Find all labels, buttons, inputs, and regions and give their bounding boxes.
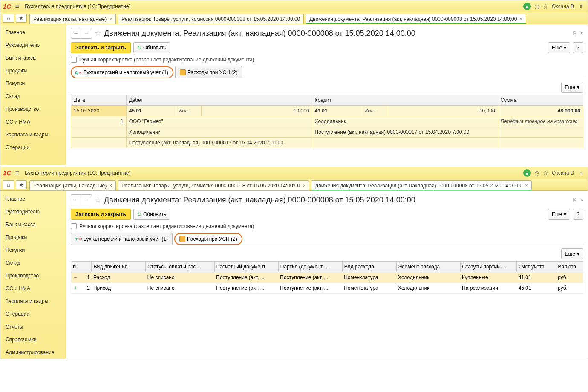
cell-credit-acc[interactable]: 41.01	[312, 106, 362, 116]
forward-button[interactable]: →	[81, 195, 92, 205]
bell-icon[interactable]: ▲	[523, 169, 531, 177]
close-icon[interactable]: ×	[109, 183, 112, 189]
sidebar-item[interactable]: Администрирование	[0, 346, 66, 359]
sidebar-item[interactable]: Главное	[0, 26, 66, 39]
sidebar-item[interactable]: Операции	[0, 308, 66, 320]
settings-icon[interactable]: ≡	[577, 170, 585, 176]
save-close-button[interactable]: Записать и закрыть	[71, 209, 131, 220]
sidebar-item[interactable]: ОС и НМА	[0, 282, 66, 295]
col-exp-elem[interactable]: Элемент расхода	[396, 262, 460, 272]
home-button[interactable]: ⌂	[3, 14, 14, 23]
cell-credit-kol[interactable]: 10,000	[387, 106, 498, 116]
cell-debit-sub1[interactable]: ООО "Гермес"	[126, 116, 312, 127]
sidebar-item[interactable]: Склад	[0, 257, 66, 269]
link-icon[interactable]: ⎘	[573, 30, 576, 36]
sidebar-item[interactable]: Справочники	[0, 333, 66, 346]
help-button[interactable]: ?	[573, 42, 583, 53]
cell-debit-acc[interactable]: 45.01	[126, 106, 176, 116]
hamburger-icon[interactable]: ≡	[13, 3, 21, 10]
col-exp-type[interactable]: Вид расхода	[342, 262, 396, 272]
sidebar-item[interactable]: Склад	[0, 90, 66, 103]
table-row[interactable]: − 1 Расход Не списано Поступление (акт, …	[71, 272, 583, 283]
favorite-icon[interactable]: ☆	[543, 170, 548, 176]
refresh-button[interactable]: ↻Обновить	[133, 209, 170, 220]
more-button[interactable]: Еще ▾	[548, 209, 570, 220]
refresh-button[interactable]: ↻Обновить	[133, 42, 170, 53]
back-button[interactable]: ←	[71, 28, 81, 38]
tab-item[interactable]: Реализация (акты, накладные)×	[29, 14, 116, 24]
favorites-button[interactable]: ★	[16, 14, 27, 23]
col-party-status[interactable]: Статусы партий ...	[460, 262, 517, 272]
tab-usn-expenses[interactable]: Расходы при УСН (2)	[175, 66, 242, 78]
close-icon[interactable]: ×	[580, 30, 583, 36]
manual-edit-checkbox[interactable]	[71, 57, 77, 63]
tab-item[interactable]: Реализация: Товары, услуги, комиссия 000…	[118, 14, 304, 24]
history-icon[interactable]: ◷	[534, 3, 539, 10]
col-doc[interactable]: Расчетный документ	[214, 262, 278, 272]
manual-edit-checkbox[interactable]	[71, 223, 77, 229]
help-button[interactable]: ?	[573, 209, 583, 220]
cell-date[interactable]: 15.05.2020	[71, 106, 127, 116]
bell-icon[interactable]: ▲	[523, 3, 531, 10]
col-date[interactable]: Дата	[71, 95, 127, 106]
sidebar-item[interactable]: Операции	[0, 141, 66, 154]
forward-button[interactable]: →	[81, 28, 92, 38]
sidebar-item[interactable]: Банк и касса	[0, 218, 66, 231]
sidebar-item[interactable]: Продажи	[0, 231, 66, 244]
more-button[interactable]: Еще ▾	[548, 42, 570, 53]
tab-item-active[interactable]: Движения документа: Реализация (акт, нак…	[306, 14, 526, 24]
close-icon[interactable]: ×	[519, 16, 522, 22]
close-icon[interactable]: ×	[109, 16, 112, 22]
home-button[interactable]: ⌂	[3, 180, 14, 189]
sidebar-item[interactable]: Руководителю	[0, 205, 66, 218]
sidebar-item[interactable]: Зарплата и кадры	[0, 295, 66, 308]
cell-credit-sub1[interactable]: Холодильник	[312, 116, 498, 127]
col-account[interactable]: Счет учета	[517, 262, 556, 272]
link-icon[interactable]: ⎘	[573, 197, 576, 203]
more-button[interactable]: Еще ▾	[561, 82, 583, 93]
close-icon[interactable]: ×	[303, 183, 306, 189]
sidebar-item[interactable]: Отчеты	[0, 320, 66, 333]
sidebar-item[interactable]: ОС и НМА	[0, 115, 66, 128]
cell-debit-sub3[interactable]: Поступление (акт, накладная) 0000-000017…	[126, 138, 312, 148]
more-button[interactable]: Еще ▾	[561, 248, 583, 259]
cell-debit-sub2[interactable]: Холодильник	[126, 127, 312, 138]
cell-credit-sub2[interactable]: Поступление (акт, накладная) 0000-000017…	[312, 127, 498, 138]
tab-item[interactable]: Реализация (акты, накладные)×	[29, 180, 116, 190]
col-sum[interactable]: Сумма	[498, 95, 583, 106]
star-icon[interactable]: ☆	[95, 29, 101, 38]
col-debit[interactable]: Дебет	[126, 95, 312, 106]
col-party[interactable]: Партия (документ ...	[278, 262, 342, 272]
cell-sum[interactable]: 48 000,00	[498, 106, 583, 116]
sidebar-item[interactable]: Производство	[0, 269, 66, 282]
tab-item-active[interactable]: Движения документа: Реализация (акт, нак…	[311, 180, 532, 190]
star-icon[interactable]: ☆	[95, 195, 101, 205]
favorites-button[interactable]: ★	[16, 180, 27, 189]
settings-icon[interactable]: ≡	[577, 3, 585, 9]
col-currency[interactable]: Валюта	[556, 262, 583, 272]
col-pay-status[interactable]: Статусы оплаты рас...	[146, 262, 214, 272]
sidebar-item[interactable]: Главное	[0, 193, 66, 205]
sidebar-item[interactable]: Руководителю	[0, 39, 66, 52]
cell-debit-kol[interactable]: 10,000	[202, 106, 312, 116]
close-icon[interactable]: ×	[525, 183, 528, 189]
col-credit[interactable]: Кредит	[312, 95, 498, 106]
sidebar-item[interactable]: Зарплата и кадры	[0, 128, 66, 141]
history-icon[interactable]: ◷	[534, 170, 539, 176]
col-n[interactable]: N	[71, 262, 92, 272]
tab-usn-expenses[interactable]: Расходы при УСН (2)	[174, 233, 242, 245]
tab-accounting[interactable]: ДтКт Бухгалтерский и налоговый учет (1)	[71, 66, 173, 78]
sidebar-item[interactable]: Банк и касса	[0, 52, 66, 64]
save-close-button[interactable]: Записать и закрыть	[71, 42, 131, 53]
tab-accounting[interactable]: ДтКт Бухгалтерский и налоговый учет (1)	[71, 233, 173, 245]
favorite-icon[interactable]: ☆	[543, 3, 548, 10]
close-icon[interactable]: ×	[580, 197, 583, 203]
sidebar-item[interactable]: Покупки	[0, 244, 66, 257]
tab-item[interactable]: Реализация: Товары, услуги, комиссия 000…	[118, 180, 309, 190]
col-type[interactable]: Вид движения	[92, 262, 146, 272]
hamburger-icon[interactable]: ≡	[13, 169, 21, 177]
table-row[interactable]: + 2 Приход Не списано Поступление (акт, …	[71, 283, 583, 294]
sidebar-item[interactable]: Покупки	[0, 77, 66, 90]
sidebar-item[interactable]: Продажи	[0, 64, 66, 77]
sidebar-item[interactable]: Производство	[0, 103, 66, 115]
